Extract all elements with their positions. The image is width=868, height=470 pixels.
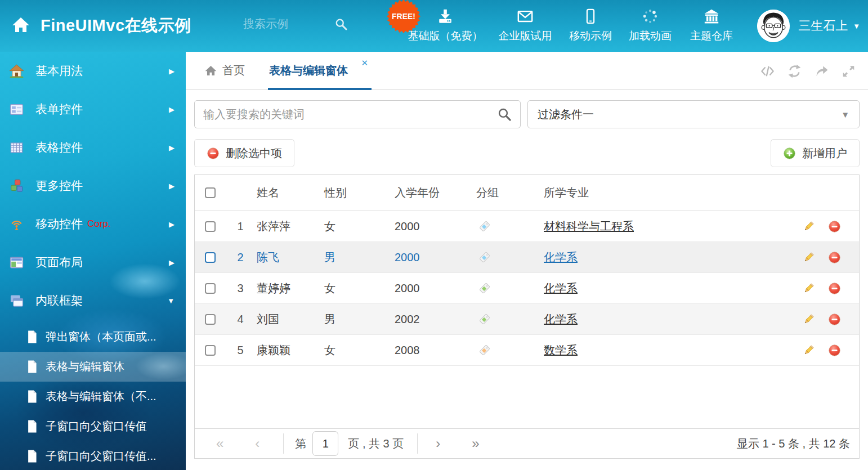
refresh-icon[interactable] (788, 64, 802, 78)
search-icon[interactable] (334, 17, 348, 31)
tab-label: 首页 (222, 63, 245, 78)
header-nav-label: 主题仓库 (690, 29, 733, 43)
expand-icon[interactable] (842, 64, 856, 78)
table-row[interactable]: 1 张萍萍 女 2000 材料科学与工程系 (195, 211, 859, 242)
delete-icon[interactable] (828, 344, 841, 357)
search-icon[interactable] (497, 107, 512, 122)
sidebar: 基本用法 ▶ 表单控件 ▶ 表格控件 ▶ 更多控件 ▶ 移动控件 Corp. ▶… (0, 52, 186, 470)
corp-badge: Corp. (87, 218, 111, 230)
edit-icon[interactable] (802, 313, 815, 326)
column-header-name[interactable]: 姓名 (255, 185, 321, 200)
user-menu[interactable]: 三生石上 ▼ (757, 0, 860, 52)
select-all-checkbox[interactable] (205, 187, 216, 198)
row-checkbox[interactable] (205, 283, 216, 294)
delete-icon[interactable] (828, 282, 841, 295)
table-row[interactable]: 3 董婷婷 女 2000 化学系 (195, 273, 859, 304)
sidebar-subitem[interactable]: 弹出窗体（本页面或... (0, 322, 186, 352)
tab-home[interactable]: 首页 (204, 52, 245, 89)
major-link[interactable]: 材料科学与工程系 (544, 220, 634, 232)
edit-icon[interactable] (802, 344, 815, 357)
edit-icon[interactable] (802, 282, 815, 295)
header-nav-item[interactable]: 移动示例 (563, 0, 618, 52)
row-year: 2000 (392, 251, 473, 264)
home-logo-icon[interactable] (11, 16, 30, 34)
header-nav-item[interactable]: 加载动画 (618, 0, 682, 52)
sidebar-item[interactable]: 基本用法 ▶ (0, 52, 186, 90)
tab-actions (760, 52, 856, 90)
table-row[interactable]: 2 陈飞 男 2000 化学系 (195, 242, 859, 273)
sidebar-subitem[interactable]: 子窗口向父窗口传值 (0, 411, 186, 441)
code-icon[interactable] (760, 64, 775, 78)
keyword-search-box (194, 100, 521, 128)
edit-icon[interactable] (802, 251, 815, 264)
tag-icon (478, 282, 491, 295)
top-header: FineUIMvc在线示例 FREE! 基础版（免费） 企业版试用 移动示例 加… (0, 0, 868, 52)
page-input[interactable] (312, 431, 338, 456)
data-grid: 姓名 性别 入学年份 分组 所学专业 1 张萍萍 女 2000 材料科学与工程系… (194, 174, 860, 459)
sidebar-item[interactable]: 内联框架 ▼ (0, 281, 186, 320)
grid-header-row: 姓名 性别 入学年份 分组 所学专业 (195, 175, 859, 211)
row-gender: 女 (321, 343, 392, 358)
edit-icon[interactable] (802, 220, 815, 233)
sidebar-item-label: 表格控件 (35, 140, 83, 155)
page-icon (26, 449, 38, 463)
sidebar-subitem[interactable]: 表格与编辑窗体 (0, 352, 186, 382)
avatar[interactable] (757, 10, 790, 42)
delete-icon[interactable] (828, 313, 841, 326)
delete-selected-button[interactable]: 删除选中项 (194, 139, 294, 167)
major-link[interactable]: 化学系 (544, 282, 578, 294)
chevron-icon: ▶ (169, 67, 175, 75)
sidebar-item[interactable]: 更多控件 ▶ (0, 167, 186, 205)
chevron-icon: ▶ (169, 258, 175, 267)
plus-circle-icon (783, 147, 796, 160)
free-badge-label: FREE! (386, 0, 421, 34)
column-header-year[interactable]: 入学年份 (392, 185, 473, 200)
chevron-icon: ▼ (167, 297, 175, 305)
column-header-major[interactable]: 所学专业 (541, 185, 794, 200)
spinner-icon (642, 8, 659, 25)
header-search-input[interactable] (242, 17, 326, 31)
last-page-button[interactable]: » (472, 437, 479, 450)
sidebar-item-label: 基本用法 (35, 63, 83, 79)
sidebar-subitem[interactable]: 表格与编辑窗体（不... (0, 382, 186, 411)
header-nav-label: 移动示例 (569, 29, 612, 43)
row-checkbox[interactable] (205, 314, 216, 325)
header-nav: 基础版（免费） 企业版试用 移动示例 加载动画 主题仓库 (403, 0, 741, 52)
sidebar-subitem[interactable]: 子窗口向父窗口传值... (0, 441, 186, 470)
tag-icon (478, 251, 491, 264)
row-checkbox[interactable] (205, 221, 216, 232)
sidebar-item[interactable]: 页面布局 ▶ (0, 243, 186, 281)
delete-icon[interactable] (828, 251, 841, 264)
keyword-search-input[interactable] (195, 108, 497, 122)
mobile-icon (582, 8, 599, 25)
add-button-label: 新增用户 (802, 146, 847, 161)
tab-bar: 首页 表格与编辑窗体 ✕ (186, 52, 868, 90)
column-header-gender[interactable]: 性别 (321, 185, 392, 200)
major-link[interactable]: 数学系 (544, 344, 578, 356)
sidebar-item[interactable]: 移动控件 Corp. ▶ (0, 205, 186, 243)
sidebar-item[interactable]: 表格控件 ▶ (0, 128, 186, 167)
first-page-button[interactable]: « (216, 437, 223, 450)
add-user-button[interactable]: 新增用户 (771, 139, 860, 167)
column-header-group[interactable]: 分组 (473, 185, 541, 200)
header-nav-item[interactable]: 主题仓库 (682, 0, 741, 52)
major-link[interactable]: 化学系 (544, 313, 578, 325)
chevron-icon: ▶ (169, 182, 175, 190)
sidebar-item[interactable]: 表单控件 ▶ (0, 90, 186, 128)
tab-grid-edit-window[interactable]: 表格与编辑窗体 ✕ (269, 52, 348, 89)
share-icon[interactable] (815, 64, 829, 78)
next-page-button[interactable]: › (436, 437, 440, 450)
prev-page-button[interactable]: ‹ (255, 437, 259, 450)
table-row[interactable]: 4 刘国 男 2002 化学系 (195, 304, 859, 335)
filter-dropdown[interactable]: 过滤条件一 ▼ (527, 100, 860, 128)
row-year: 2008 (392, 344, 473, 357)
major-link[interactable]: 化学系 (544, 251, 578, 263)
row-checkbox[interactable] (205, 252, 216, 263)
close-icon[interactable]: ✕ (361, 58, 368, 68)
sidebar-item-label: 更多控件 (35, 178, 83, 194)
header-nav-item[interactable]: 企业版试用 (487, 0, 563, 52)
row-checkbox[interactable] (205, 345, 216, 356)
cubes-icon (9, 178, 24, 194)
table-row[interactable]: 5 康颖颖 女 2008 数学系 (195, 335, 859, 366)
delete-icon[interactable] (828, 220, 841, 233)
